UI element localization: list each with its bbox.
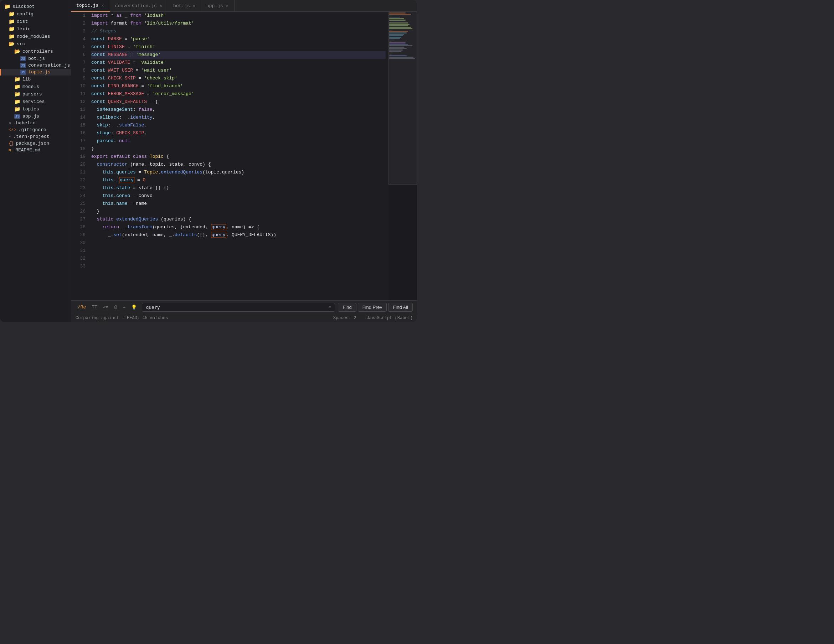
sidebar-item-models[interactable]: 📁 models [0, 83, 71, 90]
folder-icon: 📁 [4, 3, 10, 10]
status-left: Comparing against : HEAD, 45 matches [76, 316, 168, 321]
search-actions: Find Find Prev Find All [338, 303, 413, 312]
sidebar-item-controllers[interactable]: 📂 controllers [0, 48, 71, 55]
sidebar-item-label: src [17, 41, 25, 47]
md-icon: M↓ [8, 148, 13, 152]
tab-label: bot.js [173, 3, 190, 8]
sidebar-item-label: parsers [23, 92, 42, 97]
editor-main: topic.js ✕ conversation.js ✕ bot.js ✕ ap… [71, 0, 417, 322]
language-info: JavaScript (Babel) [366, 316, 413, 321]
sidebar-root[interactable]: 📁 slackbot [0, 3, 71, 10]
folder-icon: 📁 [14, 76, 20, 82]
sidebar-item-label: .babelrc [13, 120, 35, 126]
sidebar-item-label: package.json [16, 141, 49, 146]
tab-app[interactable]: app.js ✕ [201, 0, 234, 11]
code-line-26: this.state = state || {} [91, 184, 386, 192]
sidebar-item-label: conversation.js [28, 63, 70, 68]
code-line-17: skip: _.stubFalse, [91, 121, 386, 129]
code-line-16: callback: _.identity, [91, 114, 386, 121]
tab-conversation[interactable]: conversation.js ✕ [110, 0, 168, 11]
search-toolbar: /Re TT «» ⎙ ≡ 💡 [76, 303, 139, 312]
sidebar-item-package-json[interactable]: {} package.json [0, 140, 71, 147]
sidebar-item-conversation-js[interactable]: JS conversation.js [0, 62, 71, 69]
search-dropdown-icon[interactable]: ▾ [329, 305, 331, 310]
folder-icon: 📁 [8, 11, 15, 17]
code-line-27: this.convo = convo [91, 192, 386, 200]
search-input[interactable] [146, 305, 329, 310]
sidebar-item-topic-js[interactable]: JS topic.js [0, 69, 71, 76]
sidebar-item-services[interactable]: 📁 services [0, 98, 71, 105]
sidebar-item-app-js[interactable]: JS app.js [0, 113, 71, 120]
sidebar-root-label: slackbot [13, 4, 35, 9]
code-line-23: constructor (name, topic, state, convo) … [91, 161, 386, 168]
status-right: Spaces: 2 JavaScript (Babel) [333, 316, 413, 321]
sidebar-item-label: services [23, 99, 45, 104]
code-line-4: // Stages [91, 27, 386, 35]
code-line-14: const QUERY_DEFAULTS = { [91, 98, 386, 106]
sidebar-item-label: models [23, 84, 39, 89]
sidebar-item-bot-js[interactable]: JS bot.js [0, 55, 71, 62]
tab-close-topic[interactable]: ✕ [100, 3, 104, 8]
sidebar-item-readme[interactable]: M↓ README.md [0, 147, 71, 153]
sidebar-item-lexic[interactable]: 📁 lexic [0, 25, 71, 33]
sidebar-item-topics[interactable]: 📁 topics [0, 105, 71, 113]
code-line-18: stage: CHECK_SKIP, [91, 129, 386, 137]
tab-label: app.js [206, 3, 223, 8]
sidebar-item-src[interactable]: 📂 src [0, 40, 71, 48]
sidebar-item-lib[interactable]: 📁 lib [0, 76, 71, 83]
sidebar-item-gitignore[interactable]: </> .gitignore [0, 126, 71, 133]
sidebar: 📁 slackbot 📁 config 📁 dist 📁 lexic 📁 nod… [0, 0, 71, 322]
sidebar-item-label: lexic [17, 26, 31, 32]
folder-icon: 📁 [8, 26, 15, 32]
sidebar-item-label: dist [17, 19, 28, 24]
code-line-28: this.name = name [91, 200, 386, 208]
tab-topic[interactable]: topic.js ✕ [71, 0, 110, 12]
light-button[interactable]: 💡 [129, 303, 139, 312]
find-button[interactable]: Find [338, 303, 356, 312]
sidebar-item-label: .tern-project [13, 134, 49, 139]
regex-button[interactable]: /Re [76, 303, 88, 312]
code-line-2: import format from 'lib/utils/format' [91, 19, 386, 27]
minimap [388, 12, 417, 300]
js-file-icon: JS [14, 114, 20, 119]
code-line-24: this.queries = Topic.extendedQueries(top… [91, 168, 386, 176]
sidebar-item-babelrc[interactable]: ∗ .babelrc [0, 120, 71, 126]
sidebar-item-dist[interactable]: 📁 dist [0, 18, 71, 25]
code-line-22: export default class Topic { [91, 153, 386, 161]
sidebar-item-parsers[interactable]: 📁 parsers [0, 90, 71, 98]
status-bar: Comparing against : HEAD, 45 matches Spa… [71, 314, 417, 322]
code-line-5: const PARSE = 'parse' [91, 35, 386, 43]
sidebar-item-node-modules[interactable]: 📁 node_modules [0, 33, 71, 40]
code-line-25: this._query = 0 [91, 176, 386, 184]
code-line-29: } [91, 208, 386, 216]
tab-bot[interactable]: bot.js ✕ [168, 0, 201, 11]
light-icon: 💡 [131, 305, 137, 310]
sidebar-item-label: app.js [23, 114, 39, 119]
tab-label: topic.js [76, 3, 99, 8]
word-icon: «» [103, 305, 109, 310]
folder-icon: 📁 [8, 19, 15, 24]
code-editor[interactable]: 12345 678910 1112131415 1617181920 21222… [71, 12, 388, 300]
format-button[interactable]: ≡ [121, 303, 128, 312]
folder-icon: 📂 [8, 41, 15, 47]
share-icon: ⎙ [115, 305, 117, 310]
tab-close-app[interactable]: ✕ [225, 3, 229, 8]
case-icon: TT [92, 305, 97, 310]
sidebar-item-label: node_modules [17, 34, 50, 39]
whole-word-button[interactable]: «» [101, 303, 111, 312]
code-content[interactable]: import * as _ from 'lodash' import forma… [88, 12, 388, 300]
share-button[interactable]: ⎙ [112, 303, 120, 312]
tab-close-bot[interactable]: ✕ [192, 3, 196, 8]
sidebar-item-tern[interactable]: ∗ .tern-project [0, 133, 71, 140]
tab-close-conversation[interactable]: ✕ [159, 3, 163, 8]
find-all-button[interactable]: Find All [388, 303, 413, 312]
sidebar-item-config[interactable]: 📁 config [0, 10, 71, 18]
search-input-wrapper: ▾ [142, 303, 335, 312]
babelrc-icon: ∗ [8, 120, 11, 126]
find-prev-button[interactable]: Find Prev [358, 303, 387, 312]
sidebar-item-label: controllers [23, 49, 53, 54]
code-line-6: const FINISH = 'finish' [91, 43, 386, 51]
js-file-icon: JS [20, 56, 26, 61]
case-sensitive-button[interactable]: TT [89, 303, 99, 312]
regex-icon: /Re [78, 305, 86, 310]
